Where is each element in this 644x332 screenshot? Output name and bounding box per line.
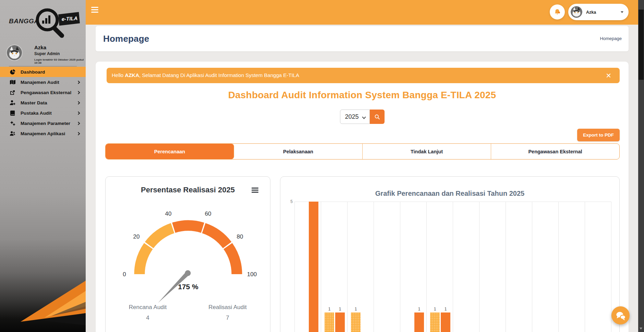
bar-perencanaan [430,312,440,332]
gridline [347,202,348,332]
sidebar-footer-art [0,260,86,332]
brand-left-text: BANGGA [9,17,39,25]
sidebar-item-manajemen-audit[interactable]: Manajemen Audit [0,77,86,87]
chevron-right-icon [77,111,80,115]
welcome-message: Hello AZKA, Selamat Datang Di Aplikasi A… [112,72,299,78]
sidebar-item-pengawasan-eksternal[interactable]: Pengawasan Eksternal [0,87,86,98]
bar-value-label: 1 [333,307,347,311]
external-link-icon [10,90,15,95]
gridline [426,202,427,332]
bar-value-label: 1 [412,307,426,311]
stat-label: Realisasi Audit [193,304,262,311]
gauge-stat-rencana: Rencana Audit 4 [113,304,182,321]
bar-realisasi [441,312,450,332]
page-scrollbar[interactable] [638,0,644,332]
gridline [321,202,321,332]
dashboard-card: Hello AZKA, Selamat Datang Di Aplikasi A… [96,62,629,332]
gridline [532,202,532,332]
sidebar-item-pustaka-audit[interactable]: Pustaka Audit [0,108,86,118]
breadcrumb[interactable]: Homepage [600,36,622,41]
user-menu-button[interactable]: Azka [568,4,629,20]
gauge-value-label: 175 % [178,283,198,291]
chat-bubbles-icon [614,309,628,322]
gridline [294,202,295,332]
gauge-stat-realisasi: Realisasi Audit 7 [193,304,262,321]
chevron-right-icon [77,122,80,125]
gauge-tick-80: 80 [237,233,243,240]
gauge-tick-100: 100 [247,271,257,278]
gauge-chart-card: Persentase Realisasi 2025 0 20 40 60 80 … [105,176,270,332]
main-content: Homepage Homepage Hello AZKA, Selamat Da… [86,25,638,332]
stat-value: 4 [113,315,182,321]
sidebar-item-label: Master Data [21,100,47,105]
dashboard-tabs: Perencanaan Pelaksanaan Tindak Lanjut Pe… [105,143,620,159]
chevron-right-icon [77,80,80,84]
chevron-down-icon [362,115,366,119]
y-axis-tick: 5 [287,199,293,204]
tab-pelaksanaan[interactable]: Pelaksanaan [234,144,363,159]
search-button[interactable] [370,110,385,124]
hamburger-icon [91,7,98,8]
brand-right-text: e-TILA [61,15,77,22]
stat-label: Rencana Audit [113,304,182,311]
tab-perencanaan[interactable]: Perencanaan [106,144,234,159]
page-header-card: Homepage Homepage [96,26,629,51]
book-icon [10,110,15,116]
sidebar-toggle-button[interactable] [91,7,99,13]
sidebar: BANGGA e-TILA Azka Super Admin L [0,0,86,332]
gauge-tick-0: 0 [123,271,126,278]
scrollbar-thumb[interactable] [639,10,644,80]
sidebar-user-role: Super Admin [34,51,60,56]
sidebar-item-label: Manajemen Parameter [21,121,70,126]
gauge-tick-40: 40 [165,210,172,217]
gridline [400,202,400,332]
bar-realisasi [335,312,345,332]
bar-value-label: 1 [439,307,452,311]
gridline [374,202,374,332]
export-pdf-button[interactable]: Export to PDF [577,129,620,141]
year-filter-row: 2025 [96,110,629,124]
avatar [571,6,582,18]
year-select[interactable]: 2025 [340,110,370,124]
year-select-value: 2025 [345,113,359,120]
sidebar-item-label: Manajemen Aplikasi [21,131,65,136]
avatar [7,45,22,60]
bar-perencanaan [351,312,361,332]
gridline [585,202,585,332]
bangga-etila-logo-icon: BANGGA e-TILA [8,3,80,40]
sidebar-item-label: Pustaka Audit [21,111,52,116]
gridline [558,202,559,332]
topbar-user-name: Azka [586,10,596,15]
gridline [453,202,453,332]
notifications-button[interactable] [550,4,565,20]
welcome-user-name: AZKA [125,72,139,78]
search-icon [374,114,380,120]
gauge-tick-20: 20 [133,233,140,240]
scrollbar-down-arrow-icon[interactable] [640,328,642,330]
user-gear-icon [10,100,15,106]
gridline [479,202,479,332]
sidebar-item-label: Pengawasan Eksternal [21,90,71,95]
gridline [611,202,611,332]
sidebar-item-dashboard[interactable]: Dashboard [0,67,86,77]
chevron-right-icon [77,101,80,104]
sidebar-item-manajemen-parameter[interactable]: Manajemen Parameter [0,118,86,128]
bar-realisasi [309,202,318,332]
chat-button[interactable] [611,306,630,324]
dashboard-title: Dashboard Audit Information System Bangg… [96,90,629,101]
topbar: Azka [86,0,638,25]
bar-chart-card: Grafik Perencanaan dan Realisasi Tahun 2… [280,176,620,332]
page-title: Homepage [103,34,149,44]
tab-pengawasan-eksternal[interactable]: Pengawasan Eksternal [491,144,619,159]
bar-chart-title: Grafik Perencanaan dan Realisasi Tahun 2… [280,190,619,197]
sidebar-item-label: Dashboard [21,69,45,75]
sidebar-user-name: Azka [34,44,46,50]
gears-icon [10,120,15,126]
sidebar-item-manajemen-aplikasi[interactable]: Manajemen Aplikasi [0,128,86,139]
chevron-right-icon [77,132,80,135]
gridline [506,202,506,332]
tab-tindak-lanjut[interactable]: Tindak Lanjut [363,144,491,159]
sidebar-item-master-data[interactable]: Master Data [0,98,86,108]
gridline [294,202,611,202]
close-icon[interactable]: ✕ [604,71,613,80]
